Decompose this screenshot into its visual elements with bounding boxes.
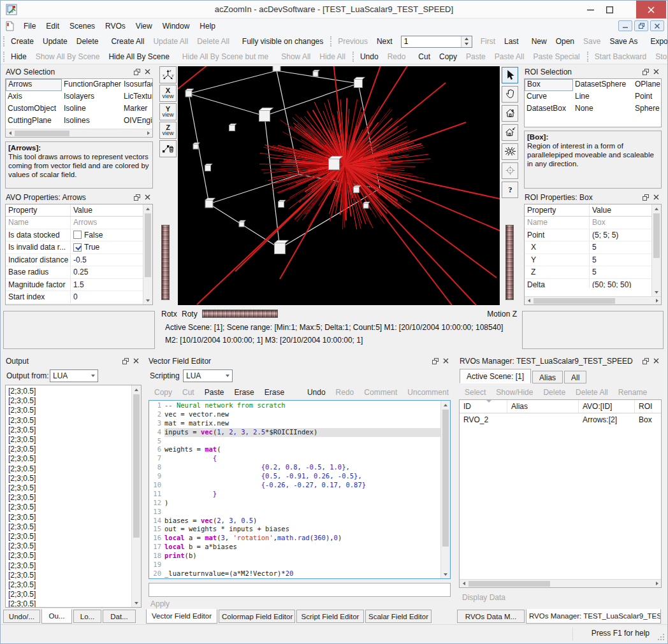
roty-thumbwheel[interactable] [202, 310, 278, 318]
close-icon[interactable] [651, 193, 661, 202]
close-icon[interactable] [651, 68, 661, 76]
float-icon[interactable] [641, 193, 650, 202]
toolbar-next-button[interactable]: Next [372, 35, 397, 48]
toolbar-redo-button[interactable]: Redo [383, 50, 410, 63]
toolbar-grip[interactable] [3, 36, 4, 47]
toolbar-grip[interactable] [3, 52, 4, 62]
float-icon[interactable] [132, 68, 142, 76]
toolbar-grip[interactable] [587, 52, 588, 62]
code-line[interactable]: 12) [149, 499, 440, 508]
code-line[interactable]: 17local b = a*biases [149, 543, 440, 552]
code-line[interactable]: 1-- Neural network from scratch [149, 401, 440, 410]
table-row[interactable]: Delta(50; 50; 50) [525, 279, 651, 289]
menu-edit[interactable]: Edit [41, 19, 64, 33]
property-value[interactable]: 0 [71, 291, 143, 303]
y-view-button[interactable]: Yview [159, 103, 177, 120]
set-home-button[interactable] [502, 124, 518, 141]
x-view-button[interactable]: Xview [159, 85, 177, 102]
apply-button[interactable]: Apply [150, 599, 170, 608]
list-item-none[interactable]: None [573, 103, 633, 115]
toolbar-hide-all-by-scene-but-me-button[interactable]: Hide All By Scene but me [178, 50, 273, 63]
rvos-action-rename[interactable]: Rename [613, 388, 652, 397]
code-line[interactable]: 2vec = vector.new [149, 410, 440, 419]
rvos-action-delete[interactable]: Delete [538, 388, 570, 397]
list-item-arrows[interactable]: Arrows [6, 79, 62, 91]
toolbar-delete-button[interactable]: Delete [72, 35, 103, 48]
table-row[interactable]: Base radius0.25 [6, 266, 143, 279]
close-icon[interactable] [441, 357, 451, 366]
dock-tab-lo-[interactable]: Lo... [73, 610, 101, 623]
rvos-action-select[interactable]: Select [460, 388, 491, 397]
table-row[interactable]: NameBox [525, 217, 651, 229]
code-line[interactable]: 20_luareturnvalue=(a*M2!Vector)*20 [149, 569, 440, 578]
code-line[interactable]: 11 } [149, 490, 440, 499]
float-icon[interactable] [641, 68, 650, 76]
mdi-close-button[interactable] [650, 20, 664, 31]
spin-down-icon[interactable] [461, 41, 472, 47]
toolbar-update-all-button[interactable]: Update All [149, 35, 192, 48]
property-value[interactable]: 5 [590, 241, 651, 254]
axes-view-button[interactable]: zxy [159, 66, 177, 83]
code-line[interactable]: 18print(b) [149, 552, 440, 561]
roi-properties-vscrollbar[interactable] [651, 204, 661, 296]
toolbar-grip[interactable] [352, 52, 354, 62]
toolbar-save-as-button[interactable]: Save As [605, 35, 642, 48]
toolbar-first-button[interactable]: First [476, 35, 500, 48]
list-item-isolayers[interactable]: Isolayers [62, 91, 122, 103]
select-cursor-button[interactable] [502, 67, 518, 83]
code-line[interactable]: 15out = weights * inputs + biases [149, 525, 440, 534]
toolbar-stop-button[interactable]: Stop [651, 50, 668, 63]
rvos-tab-alias[interactable]: Alias [532, 371, 563, 383]
toolbar-paste-button[interactable]: Paste [461, 50, 490, 63]
code-line[interactable]: 9 {0.5, -0.91, 0.26, -0.5}, [149, 472, 440, 481]
menu-scenes[interactable]: Scenes [64, 19, 100, 33]
code-editor[interactable]: 1-- Neural network from scratch2vec = ve… [149, 400, 451, 579]
code-line[interactable]: 14biases = vec(2, 3, 0.5) [149, 517, 440, 526]
list-item-lictextur[interactable]: LicTextur [122, 91, 152, 103]
dock-tab-dat-[interactable]: Dat... [103, 610, 136, 623]
scene-number-spinbox[interactable] [401, 36, 472, 48]
editor-cut-button[interactable]: Cut [178, 387, 199, 398]
toolbar-previous-button[interactable]: Previous [333, 35, 372, 48]
menu-help[interactable]: Help [194, 19, 221, 33]
table-row[interactable]: Y5 [525, 254, 651, 267]
property-value[interactable]: Arrows [71, 217, 143, 229]
rvos-hscrollbar[interactable] [460, 579, 661, 587]
rvos-dock-tab-rvos-manager-test-luascalar9-test-[interactable]: RVOs Manager: TEST_LuaScalar9_TEST_... [526, 609, 661, 624]
property-value[interactable]: Box [590, 217, 651, 229]
code-line[interactable]: 6weights = mat( [149, 445, 440, 454]
table-row[interactable]: Indicator distance-0.5 [6, 254, 143, 267]
editor-copy-button[interactable]: Copy [150, 387, 177, 398]
close-icon[interactable] [131, 357, 141, 366]
list-item-axis[interactable]: Axis [6, 91, 62, 103]
close-icon[interactable] [143, 193, 152, 202]
toolbar-grip[interactable] [330, 36, 331, 47]
property-value[interactable]: True [71, 241, 143, 254]
list-item-functiongrapher[interactable]: FunctionGrapher [62, 79, 122, 91]
list-item-isosurfac[interactable]: Isosurfac [122, 79, 152, 91]
code-line[interactable]: 5 [149, 437, 440, 446]
rvos-table-row[interactable]: RVO_2Arrows:[2]Box [460, 413, 661, 426]
toolbar-export-button[interactable]: Export [646, 35, 668, 48]
table-row[interactable]: X5 [525, 241, 651, 254]
list-item-sphere[interactable]: Sphere [633, 103, 661, 115]
table-row[interactable]: Point(5; 5; 5) [525, 229, 651, 242]
property-value[interactable]: -0.5 [71, 254, 143, 266]
avo-properties-vscrollbar[interactable] [143, 204, 152, 304]
pan-button[interactable] [502, 86, 518, 103]
property-value[interactable]: 5 [590, 266, 651, 278]
checkbox-unchecked[interactable] [73, 231, 82, 239]
code-line[interactable]: 7 { [149, 454, 440, 463]
float-icon[interactable] [120, 357, 130, 366]
list-item-customobject[interactable]: CustomObject [6, 103, 62, 115]
close-icon[interactable] [143, 68, 152, 76]
toolbar-copy-button[interactable]: Copy [435, 50, 461, 63]
list-item-curve[interactable]: Curve [525, 91, 573, 103]
rvos-column-header[interactable]: ID [460, 400, 507, 413]
delete-line-button[interactable] [159, 140, 177, 157]
toolbar-new-button[interactable]: New [527, 35, 551, 48]
expression-input[interactable] [149, 583, 451, 597]
menu-window[interactable]: Window [157, 19, 195, 33]
editor-paste-button[interactable]: Paste [200, 387, 229, 398]
code-line[interactable]: 10 {-0.26, -0.27, 0.17, 0.87} [149, 481, 440, 490]
